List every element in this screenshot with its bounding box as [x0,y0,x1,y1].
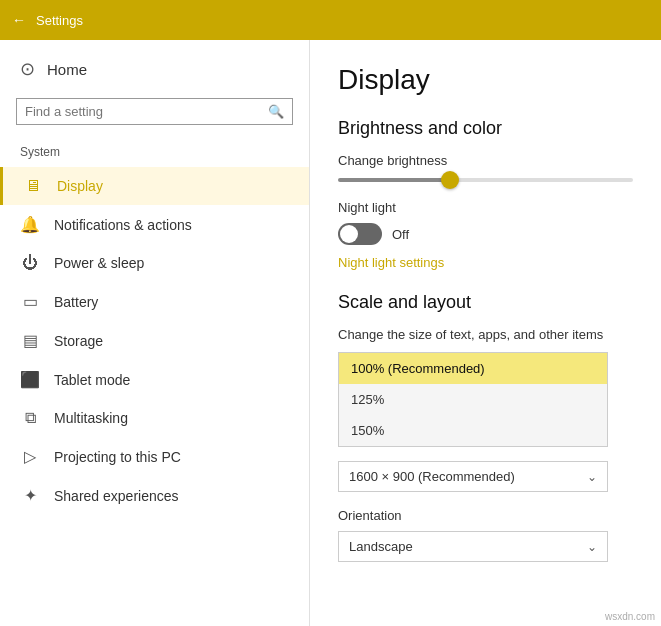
sidebar-item-storage[interactable]: ▤ Storage [0,321,309,360]
night-light-state: Off [392,227,409,242]
watermark: wsxdn.com [605,611,655,622]
search-icon[interactable]: 🔍 [268,104,284,119]
orientation-label: Orientation [338,508,633,523]
scale-option-100[interactable]: 100% (Recommended) [339,353,607,384]
sidebar-label-projecting: Projecting to this PC [54,449,181,465]
multitasking-icon: ⧉ [20,409,40,427]
sidebar: ⊙ Home 🔍 System 🖥 Display 🔔 Notification… [0,40,310,626]
orientation-chevron-icon: ⌄ [587,540,597,554]
sidebar-item-battery[interactable]: ▭ Battery [0,282,309,321]
projecting-icon: ▷ [20,447,40,466]
sidebar-label-storage: Storage [54,333,103,349]
home-label: Home [47,61,87,78]
scale-list: 100% (Recommended) 125% 150% [338,352,608,447]
sidebar-label-shared: Shared experiences [54,488,179,504]
sidebar-item-multitasking[interactable]: ⧉ Multitasking [0,399,309,437]
night-light-label: Night light [338,200,396,215]
sidebar-item-tablet[interactable]: ⬛ Tablet mode [0,360,309,399]
scale-option-125[interactable]: 125% [339,384,607,415]
notifications-icon: 🔔 [20,215,40,234]
scale-option-150[interactable]: 150% [339,415,607,446]
search-box: 🔍 [16,98,293,125]
night-light-toggle-row: Off [338,223,633,245]
tablet-icon: ⬛ [20,370,40,389]
sidebar-item-notifications[interactable]: 🔔 Notifications & actions [0,205,309,244]
brightness-slider-thumb[interactable] [441,171,459,189]
resolution-dropdown[interactable]: 1600 × 900 (Recommended) ⌄ [338,461,608,492]
sidebar-label-power: Power & sleep [54,255,144,271]
sidebar-label-battery: Battery [54,294,98,310]
orientation-dropdown[interactable]: Landscape ⌄ [338,531,608,562]
main-layout: ⊙ Home 🔍 System 🖥 Display 🔔 Notification… [0,40,661,626]
night-light-row: Night light [338,200,633,215]
shared-icon: ✦ [20,486,40,505]
power-icon: ⏻ [20,254,40,272]
sidebar-label-tablet: Tablet mode [54,372,130,388]
display-icon: 🖥 [23,177,43,195]
brightness-section-title: Brightness and color [338,118,633,139]
sidebar-label-multitasking: Multitasking [54,410,128,426]
sidebar-item-power[interactable]: ⏻ Power & sleep [0,244,309,282]
battery-icon: ▭ [20,292,40,311]
sidebar-item-display[interactable]: 🖥 Display [0,167,309,205]
resolution-value: 1600 × 900 (Recommended) [349,469,515,484]
sidebar-item-shared[interactable]: ✦ Shared experiences [0,476,309,515]
night-light-settings-link[interactable]: Night light settings [338,255,444,270]
home-icon: ⊙ [20,58,35,80]
scale-section-title: Scale and layout [338,292,633,313]
scale-label: Change the size of text, apps, and other… [338,327,633,342]
brightness-label: Change brightness [338,153,633,168]
title-bar: ← Settings [0,0,661,40]
content-area: Display Brightness and color Change brig… [310,40,661,626]
toggle-thumb [340,225,358,243]
sidebar-label-display: Display [57,178,103,194]
sidebar-section: System [0,139,309,167]
storage-icon: ▤ [20,331,40,350]
sidebar-label-notifications: Notifications & actions [54,217,192,233]
back-button[interactable]: ← [12,12,26,28]
brightness-slider-track[interactable] [338,178,633,182]
sidebar-home[interactable]: ⊙ Home [0,40,309,98]
resolution-chevron-icon: ⌄ [587,470,597,484]
orientation-value: Landscape [349,539,413,554]
window-title: Settings [36,13,83,28]
night-light-toggle[interactable] [338,223,382,245]
sidebar-item-projecting[interactable]: ▷ Projecting to this PC [0,437,309,476]
page-title: Display [338,64,633,96]
search-input[interactable] [25,104,268,119]
